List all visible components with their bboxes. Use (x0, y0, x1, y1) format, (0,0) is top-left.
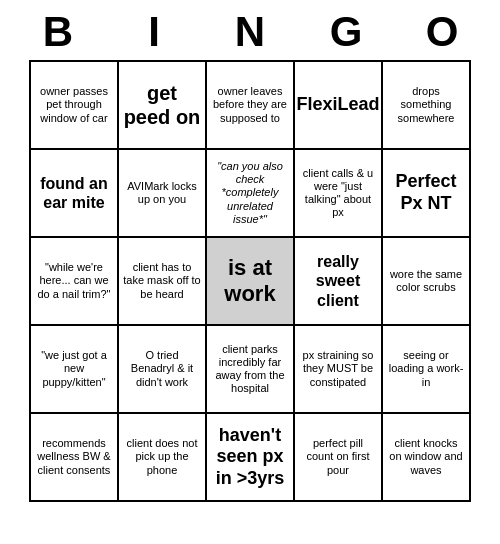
bingo-cell-7[interactable]: "can you also check *completely unrelate… (207, 150, 295, 238)
bingo-cell-21[interactable]: client does not pick up the phone (119, 414, 207, 502)
bingo-cell-20[interactable]: recommends wellness BW & client consents (31, 414, 119, 502)
bingo-cell-22[interactable]: haven't seen px in >3yrs (207, 414, 295, 502)
bingo-cell-17[interactable]: client parks incredibly far away from th… (207, 326, 295, 414)
letter-i: I (111, 8, 197, 56)
bingo-title: B I N G O (10, 0, 490, 60)
bingo-cell-9[interactable]: Perfect Px NT (383, 150, 471, 238)
bingo-cell-5[interactable]: found an ear mite (31, 150, 119, 238)
bingo-cell-2[interactable]: owner leaves before they are supposed to (207, 62, 295, 150)
bingo-cell-12[interactable]: is at work (207, 238, 295, 326)
letter-o: O (399, 8, 485, 56)
letter-g: G (303, 8, 389, 56)
bingo-cell-4[interactable]: drops something somewhere (383, 62, 471, 150)
bingo-cell-0[interactable]: owner passes pet through window of car (31, 62, 119, 150)
bingo-cell-1[interactable]: get peed on (119, 62, 207, 150)
bingo-cell-16[interactable]: O tried Benadryl & it didn't work (119, 326, 207, 414)
bingo-cell-24[interactable]: client knocks on window and waves (383, 414, 471, 502)
bingo-cell-3[interactable]: FlexiLead (295, 62, 383, 150)
letter-n: N (207, 8, 293, 56)
bingo-cell-10[interactable]: "while we're here... can we do a nail tr… (31, 238, 119, 326)
bingo-cell-11[interactable]: client has to take mask off to be heard (119, 238, 207, 326)
bingo-cell-8[interactable]: client calls & u were "just talking" abo… (295, 150, 383, 238)
bingo-cell-15[interactable]: "we just got a new puppy/kitten" (31, 326, 119, 414)
bingo-cell-23[interactable]: perfect pill count on first pour (295, 414, 383, 502)
bingo-cell-6[interactable]: AVIMark locks up on you (119, 150, 207, 238)
bingo-cell-14[interactable]: wore the same color scrubs (383, 238, 471, 326)
bingo-cell-13[interactable]: really sweet client (295, 238, 383, 326)
bingo-cell-19[interactable]: seeing or loading a work-in (383, 326, 471, 414)
bingo-grid: owner passes pet through window of carge… (29, 60, 471, 502)
letter-b: B (15, 8, 101, 56)
bingo-cell-18[interactable]: px straining so they MUST be constipated (295, 326, 383, 414)
